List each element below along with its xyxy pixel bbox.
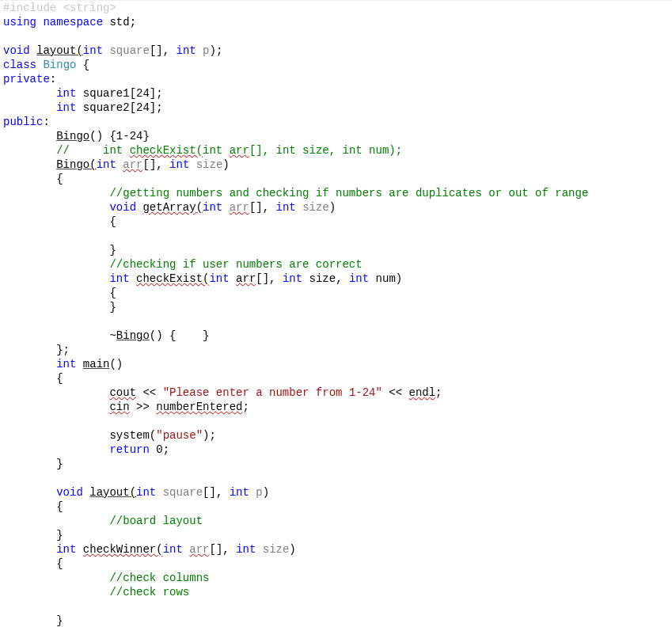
code-token <box>3 543 56 556</box>
code-token: Bingo <box>43 59 76 71</box>
code-token: int <box>203 144 230 157</box>
code-token: << <box>382 386 409 399</box>
code-token <box>3 415 9 428</box>
code-token: [], <box>142 158 169 171</box>
code-token <box>3 30 9 43</box>
code-token: public <box>3 116 43 128</box>
code-token <box>3 230 9 242</box>
code-token: size, <box>302 272 349 285</box>
code-token: int <box>136 486 156 499</box>
code-token: 0; <box>150 443 169 456</box>
code-token <box>3 443 109 456</box>
code-line: int checkExist(int arr[], int size, int … <box>3 272 402 285</box>
code-line: { <box>3 173 63 185</box>
code-token: { <box>3 287 116 299</box>
code-token: Bingo <box>56 130 89 142</box>
code-token <box>130 272 136 285</box>
code-token <box>3 486 56 499</box>
code-token: //checking if user numbers are correct <box>109 258 362 271</box>
code-line: #include <string> <box>3 2 116 14</box>
code-token: int <box>163 543 183 556</box>
code-token <box>256 543 262 556</box>
code-token: std; <box>103 16 136 28</box>
code-line: cout << "Please enter a number from 1-24… <box>3 386 442 399</box>
code-token: { <box>3 372 63 385</box>
code-token: () <box>109 358 123 370</box>
code-line <box>3 315 9 328</box>
code-token <box>3 472 9 484</box>
code-token: arr <box>230 144 249 157</box>
code-token: checkExist( <box>130 144 203 157</box>
code-line: private: <box>3 73 56 86</box>
code-token: [], <box>249 201 276 214</box>
code-token: int <box>109 272 129 285</box>
code-token: system( <box>3 429 156 442</box>
code-token <box>83 486 89 499</box>
code-token: ); <box>210 44 223 57</box>
code-token: int <box>83 44 103 57</box>
code-line: } <box>3 458 63 470</box>
code-token: ) <box>222 158 229 171</box>
code-token: //board layout <box>109 515 203 527</box>
code-token: //check rows <box>109 586 189 598</box>
code-token: ) <box>263 486 269 499</box>
code-token <box>189 158 196 171</box>
code-token <box>3 101 56 114</box>
code-token: : <box>43 116 49 128</box>
code-line: { <box>3 215 116 228</box>
code-token: numberEntered <box>156 401 242 413</box>
code-token: square <box>109 44 149 57</box>
code-token: layout( <box>36 44 83 57</box>
code-token: } <box>3 529 63 542</box>
code-line: } <box>3 529 63 542</box>
code-token: }; <box>3 344 70 356</box>
code-token <box>3 201 109 214</box>
code-token <box>3 130 56 142</box>
code-token: cin <box>109 401 129 413</box>
code-token: p <box>203 44 209 57</box>
code-token: main <box>83 358 110 370</box>
code-token: () {1-24} <box>89 130 150 142</box>
code-token <box>3 515 109 527</box>
code-token <box>3 272 109 285</box>
code-token <box>3 386 109 399</box>
code-token: ) <box>289 543 295 556</box>
code-token <box>3 586 109 598</box>
code-line <box>3 415 9 428</box>
code-token <box>76 543 82 556</box>
code-token <box>3 87 56 100</box>
code-token: int <box>56 101 76 114</box>
code-token <box>3 144 56 157</box>
code-line: } <box>3 301 116 314</box>
code-token <box>116 158 123 171</box>
code-line: }; <box>3 344 70 356</box>
code-token: getArray( <box>142 201 203 214</box>
code-token <box>3 600 9 613</box>
code-line: //check columns <box>3 572 209 584</box>
code-line: int checkWinner(int arr[], int size) <box>3 543 296 556</box>
code-line: int square1[24]; <box>3 87 163 100</box>
code-token: return <box>109 443 149 456</box>
code-token: "Please enter a number from 1-24" <box>163 386 382 399</box>
code-token <box>3 187 109 200</box>
code-token: cout <box>109 386 136 399</box>
code-token: void <box>3 44 30 57</box>
code-block: #include <string> using namespace std; v… <box>0 1 672 627</box>
code-token: { <box>3 173 63 185</box>
code-line: //getting numbers and checking if number… <box>3 187 588 200</box>
code-token: int <box>56 358 76 370</box>
code-token: [], int size, int num); <box>249 144 402 157</box>
code-token: num) <box>369 272 402 285</box>
code-token: namespace <box>43 16 103 28</box>
code-token: square <box>163 486 203 499</box>
code-token: endl <box>409 386 436 399</box>
code-token <box>3 258 109 271</box>
code-token: //check columns <box>109 572 209 584</box>
code-token: } <box>3 614 63 627</box>
code-token: ); <box>203 429 216 442</box>
code-token: "pause" <box>156 429 203 442</box>
code-line: //check rows <box>3 586 189 598</box>
code-token: >> <box>130 401 157 413</box>
code-token: Bingo( <box>56 158 96 171</box>
code-token: class <box>3 59 36 71</box>
